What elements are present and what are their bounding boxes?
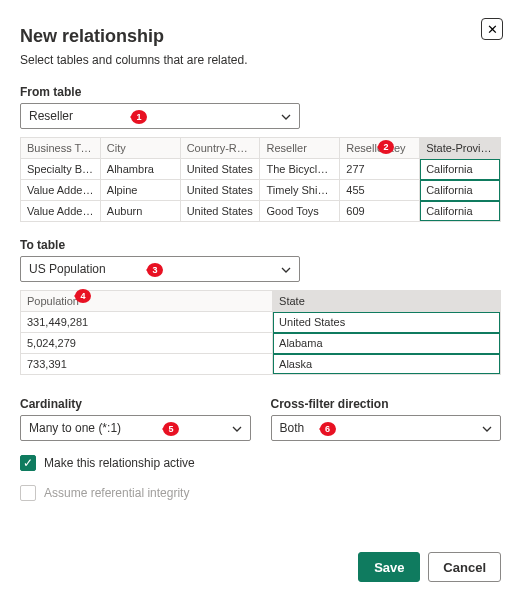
dialog-title: New relationship xyxy=(20,26,501,47)
from-table-selected: Reseller xyxy=(29,109,73,123)
callout-1: 1 xyxy=(131,110,147,124)
cell: 455 xyxy=(340,180,420,201)
from-table-label: From table xyxy=(20,85,501,99)
cell: California xyxy=(420,159,500,180)
cell: Value Added … xyxy=(21,201,101,221)
cell: California xyxy=(420,180,500,201)
cell: United States xyxy=(181,201,261,221)
to-table-selected: US Population xyxy=(29,262,106,276)
close-icon: ✕ xyxy=(487,22,498,37)
to-table-dropdown[interactable]: US Population 3 xyxy=(20,256,300,282)
crossfilter-selected: Both xyxy=(280,421,305,435)
cardinality-label: Cardinality xyxy=(20,397,251,411)
callout-6: 6 xyxy=(320,422,336,436)
table-row: 331,449,281United States xyxy=(21,312,500,333)
check-icon: ✓ xyxy=(23,456,33,470)
referential-integrity-label: Assume referential integrity xyxy=(44,486,189,500)
column-header[interactable]: City xyxy=(101,138,181,159)
make-active-checkbox[interactable]: ✓ xyxy=(20,455,36,471)
cell: United States xyxy=(273,312,500,333)
column-header[interactable]: Population xyxy=(21,291,273,312)
cell: Alhambra xyxy=(101,159,181,180)
column-header[interactable]: Reseller xyxy=(260,138,340,159)
cell: Timely Shippi… xyxy=(260,180,340,201)
chevron-down-icon xyxy=(482,421,492,435)
cell: Alpine xyxy=(101,180,181,201)
column-header[interactable]: Business Type xyxy=(21,138,101,159)
table-row: Specialty Bike…AlhambraUnited StatesThe … xyxy=(21,159,500,180)
cell: Alabama xyxy=(273,333,500,354)
table-row: Value Added …AuburnUnited StatesGood Toy… xyxy=(21,201,500,221)
cell: The Bicycle A… xyxy=(260,159,340,180)
crossfilter-dropdown[interactable]: Both 6 xyxy=(271,415,502,441)
column-header[interactable]: Country-Regi… xyxy=(181,138,261,159)
close-button[interactable]: ✕ xyxy=(481,18,503,40)
column-header[interactable]: ResellerKey xyxy=(340,138,420,159)
chevron-down-icon xyxy=(232,421,242,435)
table-row: 5,024,279Alabama xyxy=(21,333,500,354)
cell: 331,449,281 xyxy=(21,312,273,333)
cell: Good Toys xyxy=(260,201,340,221)
cell: Value Added … xyxy=(21,180,101,201)
cell: California xyxy=(420,201,500,221)
from-table-dropdown[interactable]: Reseller 1 xyxy=(20,103,300,129)
callout-5: 5 xyxy=(163,422,179,436)
cell: 609 xyxy=(340,201,420,221)
chevron-down-icon xyxy=(281,109,291,123)
chevron-down-icon xyxy=(281,262,291,276)
cancel-button[interactable]: Cancel xyxy=(428,552,501,582)
referential-integrity-row: Assume referential integrity xyxy=(20,485,501,501)
cell: Alaska xyxy=(273,354,500,374)
crossfilter-label: Cross-filter direction xyxy=(271,397,502,411)
from-table-preview: Business TypeCityCountry-Regi…ResellerRe… xyxy=(20,137,501,222)
make-active-checkbox-row[interactable]: ✓ Make this relationship active xyxy=(20,455,501,471)
column-header[interactable]: State-Province xyxy=(420,138,500,159)
cell: Auburn xyxy=(101,201,181,221)
cell: United States xyxy=(181,159,261,180)
table-row: Value Added …AlpineUnited StatesTimely S… xyxy=(21,180,500,201)
cell: United States xyxy=(181,180,261,201)
cell: 277 xyxy=(340,159,420,180)
make-active-label: Make this relationship active xyxy=(44,456,195,470)
callout-3: 3 xyxy=(147,263,163,277)
cell: Specialty Bike… xyxy=(21,159,101,180)
save-button[interactable]: Save xyxy=(358,552,420,582)
cell: 733,391 xyxy=(21,354,273,374)
dialog-subtitle: Select tables and columns that are relat… xyxy=(20,53,501,67)
to-table-preview: PopulationState331,449,281United States5… xyxy=(20,290,501,375)
referential-integrity-checkbox xyxy=(20,485,36,501)
cell: 5,024,279 xyxy=(21,333,273,354)
to-table-label: To table xyxy=(20,238,501,252)
column-header[interactable]: State xyxy=(273,291,500,312)
table-row: 733,391Alaska xyxy=(21,354,500,374)
cardinality-dropdown[interactable]: Many to one (*:1) 5 xyxy=(20,415,251,441)
cardinality-selected: Many to one (*:1) xyxy=(29,421,121,435)
